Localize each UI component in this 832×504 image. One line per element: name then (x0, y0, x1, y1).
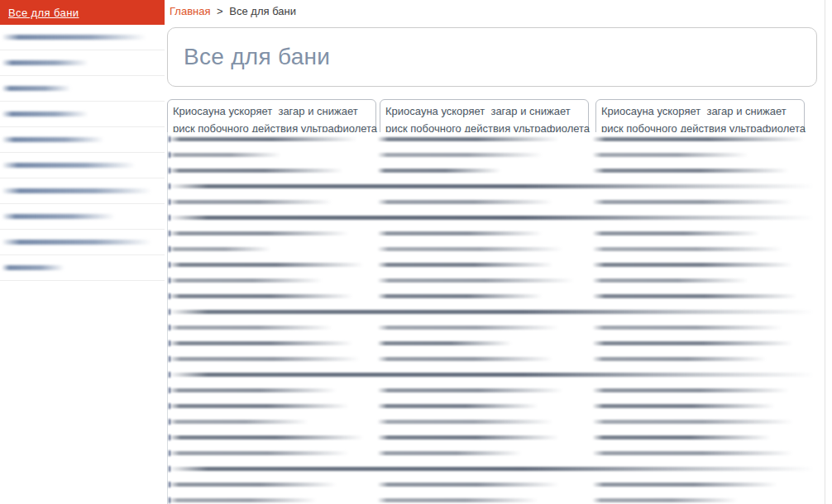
redacted-text-line (377, 388, 563, 392)
redacted-text-line (377, 326, 559, 330)
redacted-text-line (169, 216, 814, 220)
redacted-text-line (169, 467, 814, 471)
redacted-text-line (169, 153, 281, 157)
redacted-text-line (592, 498, 738, 502)
redacted-text-line (377, 200, 553, 204)
redacted-text-line (592, 169, 789, 173)
sidebar: Все для бани (0, 0, 165, 504)
redacted-text-line (592, 451, 793, 455)
sidebar-item[interactable] (0, 127, 165, 153)
redacted-text-line (377, 498, 538, 502)
redacted-text-line (2, 265, 65, 270)
redacted-text-line (377, 357, 553, 361)
redacted-text-line (377, 137, 559, 141)
redacted-text-line (377, 420, 553, 424)
redacted-text-line (169, 310, 814, 314)
redacted-text-line (592, 341, 793, 345)
redacted-text-line (169, 388, 337, 392)
sidebar-item[interactable] (0, 255, 165, 281)
redacted-text-line (169, 435, 364, 440)
breadcrumb-separator: > (217, 5, 223, 17)
redacted-text-line (169, 404, 349, 408)
redacted-text-line (592, 326, 782, 330)
sidebar-item[interactable] (0, 153, 165, 178)
sidebar-item[interactable] (0, 178, 165, 204)
sidebar-item[interactable] (0, 102, 165, 127)
redacted-text-line (377, 153, 543, 157)
redacted-text-line (169, 483, 337, 487)
redacted-text-line (2, 163, 136, 168)
redacted-text-line (592, 294, 797, 298)
redacted-text-line (592, 231, 760, 235)
redacted-text-line (592, 357, 767, 361)
redacted-text-line (169, 278, 323, 283)
redacted-text-line (2, 86, 71, 91)
redacted-text-line (169, 200, 332, 204)
redacted-text-line (169, 247, 271, 251)
sidebar-item[interactable] (0, 76, 165, 102)
redacted-text-line (169, 341, 353, 345)
redacted-text-line (592, 263, 793, 267)
page: Все для бани Главная > Все для бани Все … (0, 0, 832, 504)
page-right-margin (825, 0, 832, 504)
redacted-text-line (377, 404, 538, 408)
redacted-text-line (377, 294, 543, 298)
article-card-title-line1: Криосауна ускоряет загар и снижает (385, 102, 583, 120)
redacted-text-line (592, 404, 775, 408)
redacted-text-line (169, 231, 349, 235)
redacted-text-line (377, 231, 543, 235)
redacted-text-line (377, 341, 512, 345)
redacted-text-line (2, 188, 151, 193)
breadcrumb-home-link[interactable]: Главная (170, 5, 210, 17)
sidebar-header: Все для бани (0, 0, 165, 25)
redacted-text-line (377, 263, 553, 267)
page-title-box: Все для бани (167, 27, 817, 87)
sidebar-item[interactable] (0, 204, 165, 230)
redacted-text-line (592, 200, 793, 204)
redacted-text-line (377, 435, 559, 440)
redacted-text-line (169, 184, 814, 188)
redacted-text-line (169, 294, 353, 298)
redacted-text-line (377, 169, 501, 173)
redacted-text-line (592, 435, 771, 440)
redacted-text-line (377, 278, 574, 283)
breadcrumb: Главная > Все для бани (170, 5, 296, 17)
sidebar-item[interactable] (0, 25, 165, 50)
redacted-text-line (592, 247, 782, 251)
redacted-text-line (2, 214, 115, 219)
redacted-text-line (169, 263, 364, 267)
sidebar-item[interactable] (0, 230, 165, 255)
article-card-title-line1: Криосауна ускоряет загар и снижает (173, 102, 371, 120)
redacted-text-line (2, 112, 88, 116)
redacted-text-line (592, 153, 748, 157)
redacted-text-line (169, 420, 308, 424)
redacted-text-line (592, 278, 748, 283)
content-left-border (167, 132, 168, 504)
redacted-article-text-panel (165, 132, 825, 504)
redacted-text-line (592, 137, 805, 141)
redacted-text-line (169, 498, 317, 502)
sidebar-menu (0, 25, 165, 281)
redacted-text-line (377, 451, 522, 455)
redacted-text-line (592, 483, 777, 487)
redacted-text-line (169, 169, 343, 173)
redacted-text-line (377, 247, 563, 251)
breadcrumb-current: Все для бани (229, 5, 296, 17)
redacted-text-line (169, 137, 357, 141)
sidebar-item[interactable] (0, 50, 165, 76)
redacted-text-line (2, 60, 88, 65)
redacted-text-line (592, 388, 789, 392)
sidebar-header-link[interactable]: Все для бани (8, 7, 79, 19)
redacted-text-line (377, 483, 559, 487)
redacted-text-line (169, 451, 349, 455)
redacted-text-line (169, 357, 360, 361)
redacted-text-line (2, 137, 104, 142)
redacted-text-line (2, 35, 146, 40)
redacted-text-line (169, 326, 332, 330)
redacted-text-line (2, 240, 151, 245)
redacted-text-line (592, 420, 793, 424)
page-title: Все для бани (184, 44, 330, 70)
article-card-title-line1: Криосауна ускоряет загар и снижает (601, 102, 799, 120)
redacted-text-line (169, 373, 814, 377)
